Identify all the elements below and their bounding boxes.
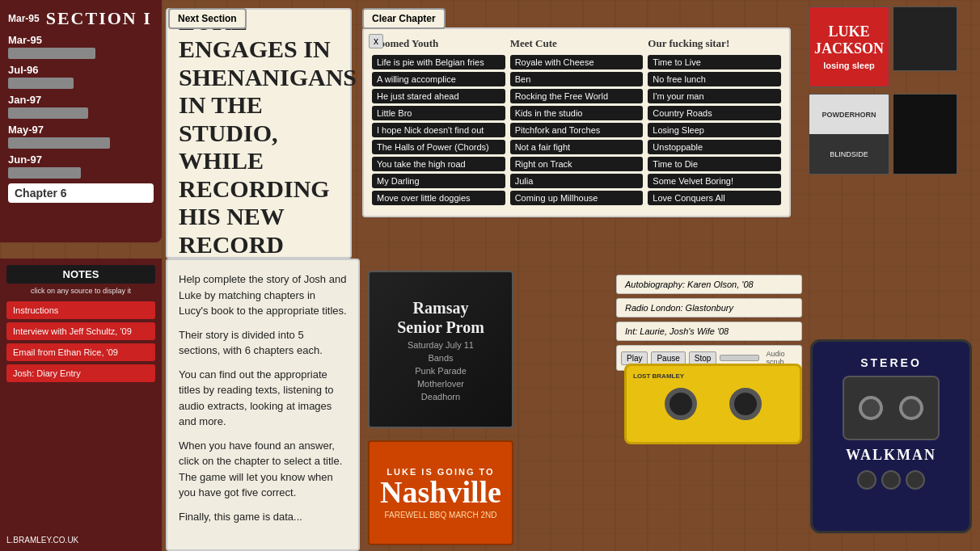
timeline-date: Jul-96 bbox=[8, 64, 154, 76]
clear-chapter-button[interactable]: Clear Chapter bbox=[362, 8, 446, 29]
cassette-reel-left bbox=[665, 388, 697, 420]
help-paragraph-2: You can find out the appropriate titles … bbox=[179, 367, 347, 430]
sidebar-item-0[interactable]: Mar-95 bbox=[8, 34, 154, 59]
cassette-tape[interactable]: LOST BRAMLEY bbox=[624, 364, 802, 444]
walkman-brand-label: WALKMAN bbox=[846, 447, 936, 464]
sidebar-item-2[interactable]: Jan-97 bbox=[8, 94, 154, 119]
album-covers-panel: LUKE JACKSON losing sleep POWDERHORN BLI… bbox=[802, 0, 980, 242]
track-item-2-2[interactable]: I'm your man bbox=[648, 89, 781, 103]
timeline-date: Jan-97 bbox=[8, 94, 154, 106]
notes-subtitle: click on any source to display it bbox=[6, 287, 155, 295]
track-item-1-4[interactable]: Pitchfork and Torches bbox=[510, 123, 644, 137]
track-item-1-0[interactable]: Royale with Cheese bbox=[510, 55, 644, 69]
help-paragraph-1: Their story is divided into 5 sections, … bbox=[179, 327, 347, 359]
album-blindside-label: BLINDSIDE bbox=[830, 150, 868, 158]
track-item-0-0[interactable]: Life is pie with Belgian fries bbox=[372, 55, 505, 69]
nashville-poster[interactable]: LUKE IS GOING TO Nashville FAREWELL BBQ … bbox=[368, 440, 513, 545]
sidebar-item-1[interactable]: Jul-96 bbox=[8, 64, 154, 89]
poster-line5: Punk Parade bbox=[415, 366, 467, 376]
poster-line4: Bands bbox=[428, 353, 453, 363]
help-paragraphs: Help complete the story of Josh and Luke… bbox=[179, 271, 347, 524]
pause-button[interactable]: Pause bbox=[651, 351, 685, 365]
walkman-device: STEREO WALKMAN bbox=[810, 339, 972, 533]
walkman-btn-2[interactable] bbox=[881, 470, 901, 490]
track-item-2-7[interactable]: Some Velvet Boring! bbox=[648, 174, 781, 188]
footer-credit: L.BRAMLEY.CO.UK bbox=[6, 536, 78, 545]
album-subtitle: losing sleep bbox=[823, 61, 875, 70]
track-item-1-1[interactable]: Ben bbox=[510, 72, 644, 86]
sidebar-item-3[interactable]: May-97 bbox=[8, 124, 154, 149]
audio-source-2[interactable]: Int: Laurie, Josh's Wife '08 bbox=[616, 322, 802, 341]
next-section-button[interactable]: Next Section bbox=[168, 8, 247, 29]
track-item-0-1[interactable]: A willing accomplice bbox=[372, 72, 505, 86]
album-powder-label: POWDERHORN bbox=[822, 111, 877, 119]
chapter-label[interactable]: Chapter 6 bbox=[8, 183, 154, 203]
album-powder[interactable]: POWDERHORN BLINDSIDE bbox=[809, 94, 889, 175]
help-paragraph-3: When you have found an answer, click on … bbox=[179, 438, 347, 501]
track-item-0-2[interactable]: He just stared ahead bbox=[372, 89, 505, 103]
help-paragraph-0: Help complete the story of Josh and Luke… bbox=[179, 271, 347, 319]
track-col-1: Meet CuteRoyale with CheeseBenRocking th… bbox=[510, 37, 644, 208]
album-artist-first: LUKE bbox=[828, 23, 869, 40]
note-item-3[interactable]: Josh: Diary Entry bbox=[6, 364, 155, 382]
note-item-1[interactable]: Interview with Jeff Schultz, '09 bbox=[6, 322, 155, 340]
timeline-date: Mar-95 bbox=[8, 34, 154, 46]
walkman-reel-left bbox=[859, 396, 883, 420]
note-items-list: InstructionsInterview with Jeff Schultz,… bbox=[6, 301, 155, 382]
track-item-2-4[interactable]: Losing Sleep bbox=[648, 123, 781, 137]
album-dark2[interactable] bbox=[893, 94, 957, 175]
track-item-0-3[interactable]: Little Bro bbox=[372, 106, 505, 120]
walkman-window bbox=[843, 376, 940, 440]
album-artist-last: JACKSON bbox=[814, 40, 884, 57]
track-item-2-5[interactable]: Unstoppable bbox=[648, 140, 781, 154]
album-luke-jackson[interactable]: LUKE JACKSON losing sleep bbox=[809, 6, 889, 87]
track-item-1-5[interactable]: Not a fair fight bbox=[510, 140, 644, 154]
nashville-city: Nashville bbox=[380, 477, 501, 507]
audio-scrub-bar[interactable] bbox=[720, 355, 759, 361]
track-col-header-0: Doomed Youth bbox=[372, 37, 505, 50]
track-item-1-3[interactable]: Kids in the studio bbox=[510, 106, 644, 120]
sidebar-item-4[interactable]: Jun-97 bbox=[8, 154, 154, 179]
audio-source-0[interactable]: Autobiography: Karen Olson, '08 bbox=[616, 275, 802, 294]
nashville-sub: FAREWELL BBQ MARCH 2ND bbox=[384, 511, 496, 519]
poster-line1: Ramsay bbox=[413, 298, 469, 318]
track-item-0-5[interactable]: The Halls of Power (Chords) bbox=[372, 140, 505, 154]
timeline-date: May-97 bbox=[8, 124, 154, 136]
walkman-stereo-label: STEREO bbox=[860, 356, 922, 369]
track-item-2-3[interactable]: Country Roads bbox=[648, 106, 781, 120]
concert-poster[interactable]: Ramsay Senior Prom Saturday July 11 Band… bbox=[368, 271, 513, 428]
big-text-card: Luke engages in shenanigans in the studi… bbox=[166, 8, 352, 259]
track-item-2-6[interactable]: Time to Die bbox=[648, 157, 781, 171]
close-button[interactable]: x bbox=[369, 34, 383, 48]
track-item-1-6[interactable]: Right on Track bbox=[510, 157, 644, 171]
sidebar-panel: Mar-95 SECTION I Mar-95 Jul-96 Jan-97 Ma… bbox=[0, 0, 162, 242]
track-col-2: Our fucking sitar!Time to LiveNo free lu… bbox=[648, 37, 781, 208]
track-item-0-4[interactable]: I hope Nick doesn't find out bbox=[372, 123, 505, 137]
play-button[interactable]: Play bbox=[621, 351, 648, 365]
walkman-reel-right bbox=[899, 396, 923, 420]
track-item-0-7[interactable]: My Darling bbox=[372, 174, 505, 188]
note-item-0[interactable]: Instructions bbox=[6, 301, 155, 319]
track-item-2-8[interactable]: Love Conquers All bbox=[648, 191, 781, 205]
note-item-2[interactable]: Email from Ethan Rice, '09 bbox=[6, 343, 155, 361]
album-dark[interactable] bbox=[893, 6, 957, 71]
track-item-2-1[interactable]: No free lunch bbox=[648, 72, 781, 86]
poster-line6: Motherlover bbox=[417, 379, 464, 389]
track-item-0-6[interactable]: You take the high road bbox=[372, 157, 505, 171]
audio-source-1[interactable]: Radio London: Glastonbury bbox=[616, 298, 802, 318]
help-paragraph-4: Finally, this game is data... bbox=[179, 509, 347, 525]
track-col-header-1: Meet Cute bbox=[510, 37, 644, 50]
track-item-0-8[interactable]: Move over little doggies bbox=[372, 191, 505, 205]
track-item-1-8[interactable]: Coming up Millhouse bbox=[510, 191, 644, 205]
track-item-1-7[interactable]: Julia bbox=[510, 174, 644, 188]
track-item-1-2[interactable]: Rocking the Free World bbox=[510, 89, 644, 103]
main-heading: Luke engages in shenanigans in the studi… bbox=[179, 8, 339, 259]
walkman-btn-3[interactable] bbox=[906, 470, 925, 490]
stop-button[interactable]: Stop bbox=[689, 351, 717, 365]
cassette-label: LOST BRAMLEY bbox=[633, 372, 684, 380]
timeline-bar bbox=[8, 78, 74, 89]
sidebar-date-label: Mar-95 bbox=[8, 13, 40, 24]
track-item-2-0[interactable]: Time to Live bbox=[648, 55, 781, 69]
walkman-btn-1[interactable] bbox=[857, 470, 877, 490]
notes-panel: NOTES click on any source to display it … bbox=[0, 259, 162, 551]
